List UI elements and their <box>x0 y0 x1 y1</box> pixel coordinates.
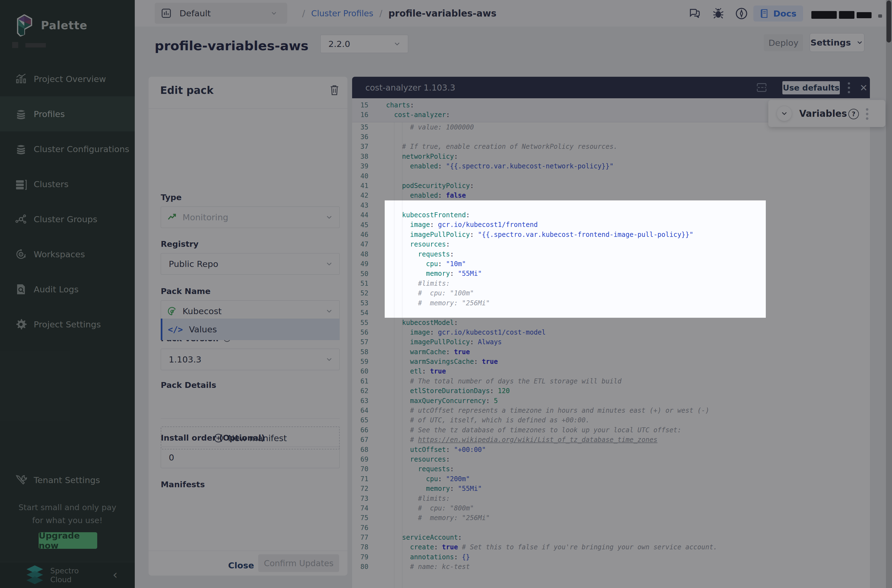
code-line: resources: <box>385 240 766 249</box>
app-root: Palette Project OverviewProfilesCluster … <box>0 0 892 588</box>
code-line <box>385 200 766 210</box>
code-line: #limits: <box>385 279 766 288</box>
indent-guide <box>402 200 402 318</box>
code-line: kubecostFrontend: <box>385 210 766 220</box>
code-line: # cpu: "100m" <box>385 288 766 298</box>
code-line: requests: <box>385 249 766 259</box>
code-line: image: gcr.io/kubecost1/frontend <box>385 220 766 230</box>
code-line: # memory: "256Mi" <box>385 298 766 308</box>
code-line: memory: "55Mi" <box>385 269 766 279</box>
code-line: imagePullPolicy: "{{.spectro.var.kubecos… <box>385 230 766 239</box>
code-line <box>385 308 766 318</box>
code-line: cpu: "10m" <box>385 259 766 268</box>
highlighted-code-region: kubecostFrontend: image: gcr.io/kubecost… <box>385 200 766 318</box>
